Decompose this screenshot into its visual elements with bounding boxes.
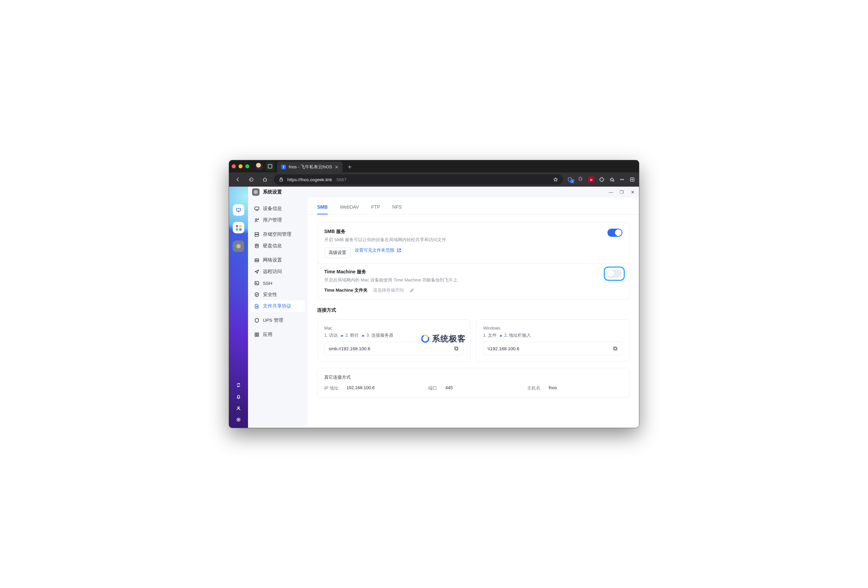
edit-icon[interactable] (409, 287, 415, 293)
tab-title: fnos - 飞牛私有云fnOS (289, 164, 332, 170)
sidebar-item-security[interactable]: 安全性 (251, 289, 305, 301)
dock-user-icon[interactable] (236, 405, 241, 411)
minimize-window-icon[interactable] (239, 164, 242, 168)
sidebar-label: 硬盘信息 (263, 243, 282, 249)
copy-icon[interactable] (454, 346, 459, 351)
time-machine-toggle[interactable] (607, 270, 622, 278)
more-menu-icon[interactable] (619, 177, 625, 182)
svg-point-20 (258, 219, 259, 220)
sidebar-item-apps[interactable]: 应用 (251, 329, 305, 340)
browser-tab[interactable]: f fnos - 飞牛私有云fnOS ✕ (277, 162, 342, 172)
time-machine-title: Time Machine 服务 (324, 269, 458, 275)
extensions-menu-icon[interactable] (599, 177, 604, 182)
dock-desktop-icon[interactable] (233, 204, 244, 216)
close-window-icon[interactable] (232, 164, 236, 168)
fullscreen-window-icon[interactable] (245, 164, 249, 168)
window-minimize-button[interactable]: — (608, 190, 613, 195)
smb-toggle[interactable] (607, 228, 622, 237)
reload-button[interactable] (247, 175, 256, 184)
svg-rect-36 (455, 348, 458, 350)
sidebar-label: SSH (263, 281, 272, 286)
address-bar[interactable]: https://fnos.osgeek.link:5667 (274, 174, 563, 184)
svg-rect-21 (255, 233, 259, 234)
sidebar-label: 网络设置 (263, 257, 282, 263)
settings-main: SMB WebDAV FTP NFS SMB 服务 开启 SMB 服务可以让你的… (308, 197, 639, 428)
dock-system-icon[interactable] (236, 417, 241, 422)
settings-window: 系统设置 — ❐ ✕ 设备信息 用户管理 存储空间管理 硬盘信息 (248, 187, 639, 428)
dock-sync-icon[interactable] (236, 382, 241, 388)
new-tab-button[interactable]: ＋ (345, 162, 354, 171)
ip-label: IP 地址 (324, 385, 338, 391)
sidebar-item-device-info[interactable]: 设备信息 (251, 203, 305, 214)
favorites-icon[interactable] (609, 177, 614, 182)
svg-rect-1 (280, 179, 283, 181)
dock-notifications-icon[interactable] (236, 394, 241, 399)
win-address-box: \\192.168.100.6 (483, 342, 622, 355)
sidebar-item-ssh[interactable]: SSH (251, 277, 305, 289)
sidebar-label: 存储空间管理 (263, 231, 291, 237)
visible-folders-link[interactable]: 设置可见文件夹范围 (355, 247, 402, 253)
ublock-icon[interactable]: u (588, 177, 594, 183)
win-step-2: 2. 地址栏输入 (504, 333, 531, 338)
time-machine-toggle-highlight (606, 269, 622, 279)
sidebar-item-ups[interactable]: UPS 管理 (251, 315, 305, 326)
browser-toolbar: https://fnos.osgeek.link:5667 u (229, 172, 639, 187)
win-card-title: Windows (483, 326, 622, 330)
svg-rect-39 (614, 347, 616, 349)
dock-apps-icon[interactable] (233, 222, 244, 233)
window-traffic-lights[interactable] (232, 164, 249, 168)
url-host: https://fnos.osgeek.link (287, 177, 332, 182)
protocol-tabs: SMB WebDAV FTP NFS (308, 197, 639, 215)
dock-settings-icon[interactable] (233, 240, 244, 252)
svg-point-6 (622, 179, 622, 180)
mac-step-3: 3. 连接服务器 (366, 333, 393, 338)
sidebar-label: 远程访问 (263, 268, 282, 275)
smb-title: SMB 服务 (324, 228, 446, 235)
device-icon (254, 206, 260, 211)
tab-nfs[interactable]: NFS (392, 202, 402, 214)
terminal-icon (254, 280, 260, 286)
connection-section-title: 连接方式 (317, 307, 629, 313)
svg-point-5 (620, 179, 621, 180)
advanced-settings-button[interactable]: 高级设置 (324, 248, 351, 258)
mac-address-box: smb://192.168.100.6 (324, 342, 464, 355)
extension-icon[interactable] (266, 162, 275, 171)
sidebar-label: 设备信息 (263, 206, 282, 212)
time-machine-folder-value[interactable]: 请选择存储空间 (373, 287, 404, 293)
chevron-icon: ››› (362, 333, 364, 338)
close-tab-icon[interactable]: ✕ (335, 165, 338, 170)
window-title: 系统设置 (263, 189, 282, 195)
storage-icon (254, 232, 260, 237)
sidebar-item-network[interactable]: 网络设置 (251, 254, 305, 266)
sidebar-item-file-sharing[interactable]: 文件共享协议 (251, 301, 305, 312)
sidebar-item-remote-access[interactable]: 远程访问 (251, 266, 305, 277)
win-address-value: \\192.168.100.6 (487, 346, 520, 351)
tab-smb[interactable]: SMB (317, 202, 328, 214)
openai-extension-icon[interactable] (577, 176, 583, 183)
svg-rect-0 (268, 165, 272, 168)
mac-step-1: 1. 访达 (324, 333, 338, 338)
svg-rect-26 (255, 261, 259, 262)
file-icon (254, 304, 260, 309)
home-button[interactable] (260, 175, 270, 184)
sidebar-item-storage-mgmt[interactable]: 存储空间管理 (251, 228, 305, 240)
network-icon (254, 258, 260, 263)
svg-point-2 (579, 177, 582, 180)
sidebar-toggle-icon[interactable] (629, 177, 635, 182)
window-close-button[interactable]: ✕ (630, 190, 635, 195)
browser-tabstrip: f fnos - 飞牛私有云fnOS ✕ ＋ (229, 160, 639, 172)
apps-grid-icon (254, 332, 260, 337)
profile-avatar-icon[interactable] (255, 162, 263, 170)
window-titlebar: 系统设置 — ❐ ✕ (248, 187, 639, 197)
sidebar-label: 应用 (263, 332, 272, 338)
copy-icon[interactable] (613, 346, 618, 351)
sidebar-item-disk-info[interactable]: 硬盘信息 (251, 240, 305, 252)
back-button[interactable] (233, 175, 242, 184)
chevron-icon: ››› (341, 333, 343, 338)
bookmark-star-icon[interactable] (553, 177, 558, 182)
tab-webdav[interactable]: WebDAV (340, 202, 359, 214)
password-manager-icon[interactable] (567, 177, 573, 182)
tab-ftp[interactable]: FTP (371, 202, 380, 214)
window-maximize-button[interactable]: ❐ (619, 190, 624, 195)
sidebar-item-user-mgmt[interactable]: 用户管理 (251, 214, 305, 226)
